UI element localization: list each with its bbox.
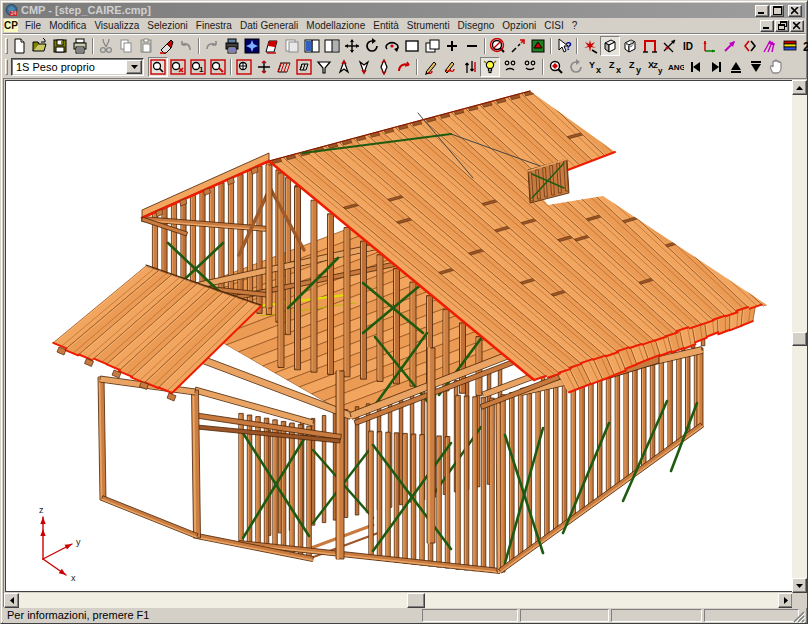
mdi-minimize-button[interactable] bbox=[760, 20, 774, 32]
zoom-plane-button[interactable] bbox=[546, 57, 566, 77]
toolbar-grip[interactable] bbox=[5, 59, 8, 75]
split-view-button[interactable] bbox=[322, 36, 342, 56]
portal-red-button[interactable] bbox=[640, 36, 660, 56]
view-ang-button[interactable]: ANG bbox=[666, 57, 686, 77]
mesh-red-button[interactable] bbox=[274, 57, 294, 77]
step-fwd-button[interactable] bbox=[706, 57, 726, 77]
split-vertical-button[interactable] bbox=[302, 36, 322, 56]
face-top-button[interactable] bbox=[500, 57, 520, 77]
vertical-scrollbar[interactable] bbox=[792, 80, 807, 593]
close-button[interactable] bbox=[788, 5, 802, 17]
zoom-marked-button[interactable] bbox=[208, 57, 228, 77]
open-button[interactable] bbox=[30, 36, 50, 56]
print-model-button[interactable] bbox=[222, 36, 242, 56]
arrow-magenta-button[interactable] bbox=[720, 36, 740, 56]
maximize-button[interactable] bbox=[770, 5, 784, 17]
cut-button[interactable] bbox=[96, 36, 116, 56]
help-cursor-button[interactable]: ? bbox=[554, 36, 574, 56]
axis-cross-button[interactable] bbox=[660, 36, 680, 56]
menu-item-visualizza[interactable]: Visualizza bbox=[90, 19, 143, 32]
menu-item-modifica[interactable]: Modifica bbox=[45, 19, 90, 32]
view-zx-button[interactable]: Zx bbox=[606, 57, 626, 77]
menu-item-entit-[interactable]: Entità bbox=[369, 19, 403, 32]
pan-red-button[interactable] bbox=[254, 57, 274, 77]
dropdown-arrow-icon[interactable] bbox=[126, 60, 142, 74]
menu-item-?[interactable]: ? bbox=[568, 19, 582, 32]
zoom-prev-button[interactable]: 1 bbox=[188, 57, 208, 77]
menu-item-cisi[interactable]: CISI bbox=[540, 19, 567, 32]
horizontal-scrollbar[interactable] bbox=[4, 593, 793, 608]
face-bottom-button[interactable] bbox=[520, 57, 540, 77]
copy-button[interactable] bbox=[116, 36, 136, 56]
mdi-close-button[interactable] bbox=[790, 20, 804, 32]
menu-item-strumenti[interactable]: Strumenti bbox=[403, 19, 454, 32]
box-white-button[interactable] bbox=[402, 36, 422, 56]
plus-button[interactable] bbox=[442, 36, 462, 56]
first-up-button[interactable] bbox=[726, 57, 746, 77]
menu-item-opzioni[interactable]: Opzioni bbox=[498, 19, 540, 32]
horizontal-scroll-thumb[interactable] bbox=[407, 593, 425, 608]
menu-item-finestra[interactable]: Finestra bbox=[192, 19, 236, 32]
id-text-button[interactable]: ID bbox=[680, 36, 700, 56]
spin-orbit-button[interactable] bbox=[382, 36, 402, 56]
paste-button[interactable] bbox=[136, 36, 156, 56]
bulb-on-button[interactable] bbox=[480, 57, 500, 77]
model-canvas[interactable]: zyx bbox=[5, 80, 792, 592]
mdi-restore-button[interactable] bbox=[775, 20, 789, 32]
menu-item-file[interactable]: File bbox=[21, 19, 45, 32]
node-down-button[interactable] bbox=[354, 57, 374, 77]
node-both-button[interactable] bbox=[374, 57, 394, 77]
pencil-j-button[interactable] bbox=[420, 57, 440, 77]
cube-wire-button[interactable] bbox=[620, 36, 640, 56]
rotate-disabled-button[interactable] bbox=[566, 57, 586, 77]
view-zy-neg-button[interactable]: XZy bbox=[646, 57, 666, 77]
zoom-off-button[interactable] bbox=[488, 36, 508, 56]
fan-arrows-button[interactable] bbox=[760, 36, 780, 56]
menu-item-disegno[interactable]: Disegno bbox=[454, 19, 499, 32]
title-bar[interactable]: 24 CMP - [step_CAIRE.cmp] bbox=[3, 3, 805, 18]
cascade-boxes-button[interactable] bbox=[422, 36, 442, 56]
view-yx-button[interactable]: Yx bbox=[586, 57, 606, 77]
scroll-down-button[interactable] bbox=[792, 578, 807, 593]
toolbar-grip[interactable] bbox=[5, 38, 8, 54]
hook-red-button[interactable] bbox=[394, 57, 414, 77]
spark-red-button[interactable] bbox=[580, 36, 600, 56]
2d-text-button[interactable]: 2D bbox=[800, 36, 808, 56]
menu-item-modellazione[interactable]: Modellazione bbox=[302, 19, 369, 32]
menu-item-selezioni[interactable]: Selezioni bbox=[143, 19, 192, 32]
sheets-button[interactable] bbox=[282, 36, 302, 56]
zoom-select-button[interactable] bbox=[148, 57, 168, 77]
mesh-window-button[interactable] bbox=[294, 57, 314, 77]
rotate-button[interactable] bbox=[362, 36, 382, 56]
erase-red-button[interactable] bbox=[156, 36, 176, 56]
print-button[interactable] bbox=[70, 36, 90, 56]
minus-button[interactable] bbox=[462, 36, 482, 56]
undo-button[interactable] bbox=[176, 36, 196, 56]
filter-funnel-button[interactable] bbox=[314, 57, 334, 77]
resize-grip[interactable] bbox=[792, 610, 805, 623]
move-arrows-button[interactable] bbox=[342, 36, 362, 56]
star-blue-button[interactable] bbox=[242, 36, 262, 56]
save-button[interactable] bbox=[50, 36, 70, 56]
redo-button[interactable] bbox=[202, 36, 222, 56]
pencil-jj-button[interactable] bbox=[440, 57, 460, 77]
arrows-updown-button[interactable] bbox=[460, 57, 480, 77]
scroll-right-button[interactable] bbox=[778, 593, 793, 608]
node-up-button[interactable] bbox=[334, 57, 354, 77]
minimize-button[interactable] bbox=[755, 5, 769, 17]
load-case-combobox[interactable]: 1S Peso proprio bbox=[11, 58, 144, 76]
view-zy-button[interactable]: Zy bbox=[626, 57, 646, 77]
menu-item-dati-generali[interactable]: Dati Generali bbox=[236, 19, 302, 32]
vertical-scroll-thumb[interactable] bbox=[792, 332, 807, 346]
scroll-left-button[interactable] bbox=[4, 593, 19, 608]
render-green-button[interactable] bbox=[528, 36, 548, 56]
step-back-button[interactable] bbox=[686, 57, 706, 77]
cube-solid-button[interactable] bbox=[600, 36, 620, 56]
new-button[interactable] bbox=[10, 36, 30, 56]
scroll-up-button[interactable] bbox=[792, 80, 807, 95]
flag-edit-button[interactable] bbox=[262, 36, 282, 56]
color-map-button[interactable] bbox=[780, 36, 800, 56]
zoom-deselect-button[interactable] bbox=[168, 57, 188, 77]
axes-origin-button[interactable] bbox=[700, 36, 720, 56]
mirror-arrows-button[interactable] bbox=[740, 36, 760, 56]
